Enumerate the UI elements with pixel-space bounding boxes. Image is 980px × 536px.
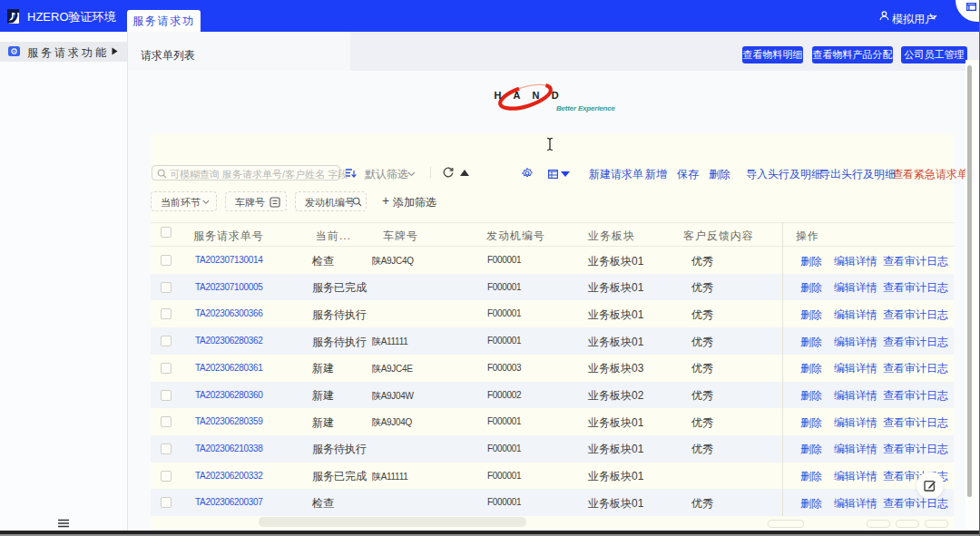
svg-text:HAND: HAND (495, 90, 571, 101)
svg-text:Better Experience: Better Experience (556, 104, 615, 112)
